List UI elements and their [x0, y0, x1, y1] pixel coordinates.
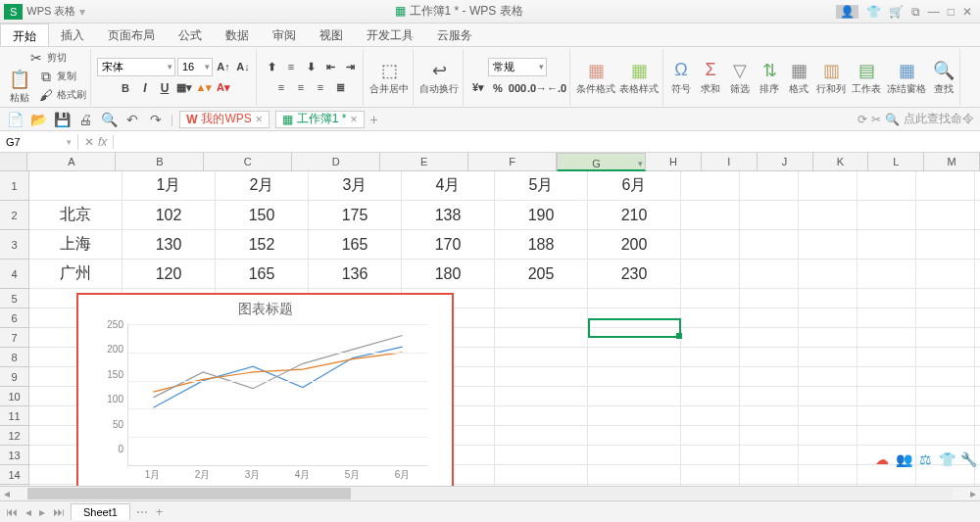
horizontal-scrollbar[interactable]: ◂▸ — [0, 486, 980, 500]
cell[interactable] — [588, 289, 681, 308]
font-size-select[interactable]: 16 — [177, 58, 213, 76]
cell[interactable] — [681, 485, 740, 486]
filter-icon[interactable]: ▽ — [728, 59, 752, 82]
cell[interactable] — [916, 367, 975, 387]
cell[interactable] — [975, 328, 980, 348]
cell[interactable] — [740, 201, 799, 230]
underline-button[interactable]: U — [156, 79, 173, 97]
copy-icon[interactable]: ⧉ — [37, 68, 55, 85]
new-tab-button[interactable]: + — [370, 112, 378, 127]
cell[interactable]: 188 — [495, 230, 588, 260]
cell[interactable] — [799, 230, 858, 260]
cell[interactable] — [799, 308, 858, 328]
row-header[interactable]: 15 — [0, 485, 28, 486]
cell[interactable] — [799, 367, 858, 387]
cell[interactable] — [588, 406, 681, 426]
inc-decimal-icon[interactable]: .0→ — [528, 79, 546, 97]
user-icon[interactable]: 👤 — [836, 5, 858, 19]
cell[interactable]: 136 — [309, 260, 402, 289]
col-header[interactable]: H — [646, 153, 702, 170]
bold-button[interactable]: B — [117, 79, 134, 97]
row-header[interactable]: 3 — [0, 230, 28, 260]
cell[interactable] — [975, 348, 980, 367]
cell[interactable] — [916, 308, 975, 328]
cell[interactable] — [588, 348, 681, 367]
cell[interactable] — [681, 308, 740, 328]
cell[interactable] — [799, 387, 858, 406]
close-icon[interactable]: × — [256, 113, 263, 126]
sheet-nav-next[interactable]: ▸ — [37, 505, 47, 519]
cell[interactable] — [495, 348, 588, 367]
cell[interactable]: 190 — [495, 201, 588, 230]
row-header[interactable]: 10 — [0, 387, 28, 406]
cell[interactable] — [916, 387, 975, 406]
cloud-icon[interactable]: ☁ — [872, 450, 892, 469]
sum-icon[interactable]: Σ — [699, 59, 722, 82]
cell[interactable] — [740, 406, 799, 426]
cell[interactable] — [858, 387, 916, 406]
cell[interactable]: 165 — [216, 260, 309, 289]
format-icon[interactable]: ▦ — [787, 59, 810, 82]
sheet-tab[interactable]: Sheet1 — [71, 503, 130, 520]
cell[interactable] — [799, 446, 858, 465]
row-header[interactable]: 2 — [0, 201, 28, 230]
cell[interactable] — [916, 260, 975, 289]
cell[interactable] — [858, 171, 916, 201]
row-header[interactable]: 13 — [0, 446, 28, 465]
cell[interactable] — [495, 426, 588, 446]
law-icon[interactable]: ⚖ — [915, 450, 935, 469]
name-box[interactable]: G7 — [0, 134, 78, 150]
new-icon[interactable]: 📄 — [6, 111, 24, 128]
number-format-select[interactable]: 常规 — [488, 58, 547, 76]
format-painter-icon[interactable]: 🖌 — [37, 86, 55, 104]
cell[interactable] — [588, 308, 681, 328]
cut-icon[interactable]: ✂ — [27, 49, 45, 67]
cell[interactable] — [858, 406, 916, 426]
cell[interactable] — [681, 230, 740, 260]
cell[interactable] — [495, 406, 588, 426]
cell[interactable] — [799, 260, 858, 289]
cell[interactable] — [799, 201, 858, 230]
col-header[interactable]: M — [924, 153, 980, 170]
maximize-button[interactable]: □ — [948, 5, 955, 19]
justify-icon[interactable]: ≣ — [331, 78, 349, 96]
cell[interactable] — [975, 485, 980, 486]
cell[interactable] — [495, 289, 588, 308]
col-header[interactable]: E — [380, 153, 468, 170]
cell[interactable] — [495, 485, 588, 486]
col-header[interactable]: B — [116, 153, 204, 170]
cell[interactable] — [740, 465, 799, 485]
cell[interactable]: 152 — [216, 230, 309, 260]
cell[interactable] — [495, 367, 588, 387]
cell[interactable] — [916, 230, 975, 260]
cell[interactable] — [681, 406, 740, 426]
sheet-nav-last[interactable]: ⏭ — [51, 505, 67, 519]
menu-tab-7[interactable]: 开发工具 — [355, 24, 425, 46]
cell[interactable]: 北京 — [29, 201, 122, 230]
scissors-icon[interactable]: ✂ — [871, 113, 881, 126]
cell[interactable] — [799, 406, 858, 426]
merge-icon[interactable]: ⬚ — [377, 59, 401, 82]
cell[interactable]: 170 — [402, 230, 495, 260]
cell[interactable]: 120 — [122, 260, 216, 289]
row-header[interactable]: 12 — [0, 426, 28, 446]
sheet-menu-icon[interactable]: ⋯ — [134, 505, 150, 519]
cell[interactable]: 210 — [588, 201, 681, 230]
tab-mywps[interactable]: W我的WPS× — [179, 111, 270, 128]
increase-font-icon[interactable]: A↑ — [215, 58, 232, 75]
row-header[interactable]: 14 — [0, 465, 28, 485]
cell[interactable] — [681, 289, 740, 308]
cell[interactable]: 4月 — [402, 171, 495, 201]
preview-icon[interactable]: 🔍 — [100, 111, 118, 128]
cell[interactable]: 5月 — [495, 171, 588, 201]
cell[interactable] — [740, 348, 799, 367]
cell[interactable] — [975, 367, 980, 387]
decrease-font-icon[interactable]: A↓ — [234, 58, 252, 75]
cell[interactable] — [858, 308, 916, 328]
cell[interactable] — [588, 485, 681, 486]
sheet-nav-prev[interactable]: ◂ — [24, 505, 33, 519]
row-header[interactable]: 8 — [0, 348, 28, 367]
cell[interactable] — [681, 367, 740, 387]
cell[interactable] — [916, 201, 975, 230]
cell[interactable]: 175 — [309, 201, 402, 230]
